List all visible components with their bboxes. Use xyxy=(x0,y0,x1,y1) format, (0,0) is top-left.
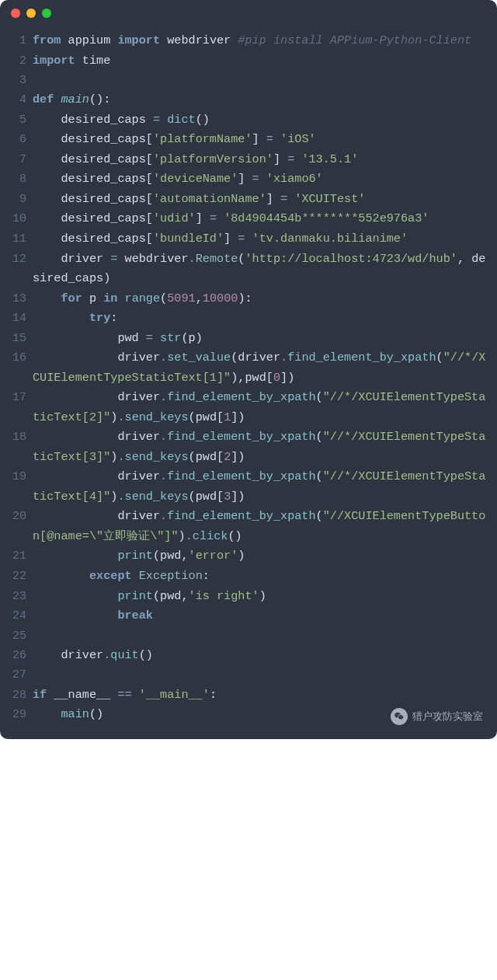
line-number: 13 xyxy=(0,289,33,309)
line-number: 10 xyxy=(0,209,33,228)
code-line: 17 driver.find_element_by_xpath("//*/XCU… xyxy=(0,388,489,427)
watermark: 猎户攻防实验室 xyxy=(391,708,483,725)
code-content: desired_caps['udid'] = '8d4904454b******… xyxy=(33,209,489,229)
line-number: 15 xyxy=(0,329,33,348)
code-line: 28if __name__ == '__main__': xyxy=(0,685,489,706)
code-line: 20 driver.find_element_by_xpath("//XCUIE… xyxy=(0,507,489,546)
code-line: 8 desired_caps['deviceName'] = 'xiamo6' xyxy=(0,169,489,190)
code-line: 24 break xyxy=(0,606,489,626)
code-content: pwd = str(p) xyxy=(33,329,489,349)
close-icon[interactable] xyxy=(11,9,20,18)
line-number: 9 xyxy=(0,190,33,209)
code-line: 5 desired_caps = dict() xyxy=(0,110,489,131)
code-content: driver.find_element_by_xpath("//*/XCUIEl… xyxy=(33,467,489,507)
line-number: 12 xyxy=(0,249,33,269)
code-content: except Exception: xyxy=(33,567,489,587)
line-number: 2 xyxy=(0,51,33,71)
code-content: driver = webdriver.Remote('http://localh… xyxy=(33,249,489,289)
code-area: 1from appium import webdriver #pip insta… xyxy=(0,26,497,730)
minimize-icon[interactable] xyxy=(26,9,36,18)
code-line: 16 driver.set_value(driver.find_element_… xyxy=(0,348,489,388)
line-number: 18 xyxy=(0,427,33,447)
line-number: 5 xyxy=(0,110,33,130)
code-line: 23 print(pwd,'is right') xyxy=(0,587,489,607)
code-line: 9 desired_caps['automationName'] = 'XCUI… xyxy=(0,190,489,210)
code-content: print(pwd,'error') xyxy=(33,546,489,567)
window-titlebar xyxy=(0,0,497,26)
line-number: 19 xyxy=(0,467,33,487)
code-line: 15 pwd = str(p) xyxy=(0,329,489,349)
code-line: 4def main(): xyxy=(0,90,489,110)
code-content: desired_caps = dict() xyxy=(33,110,489,131)
code-window: 1from appium import webdriver #pip insta… xyxy=(0,0,497,739)
code-line: 11 desired_caps['bundleId'] = 'tv.danmak… xyxy=(0,229,489,249)
wechat-icon xyxy=(391,708,408,725)
watermark-label: 猎户攻防实验室 xyxy=(412,710,483,724)
line-number: 17 xyxy=(0,388,33,407)
line-number: 8 xyxy=(0,169,33,189)
code-content: driver.find_element_by_xpath("//*/XCUIEl… xyxy=(33,388,489,427)
line-number: 20 xyxy=(0,507,33,526)
code-content: driver.find_element_by_xpath("//XCUIElem… xyxy=(33,507,489,546)
maximize-icon[interactable] xyxy=(42,9,51,18)
code-content: desired_caps['bundleId'] = 'tv.danmaku.b… xyxy=(33,229,489,249)
line-number: 11 xyxy=(0,229,33,249)
code-content: def main(): xyxy=(33,90,489,110)
line-number: 22 xyxy=(0,567,33,586)
code-line: 26 driver.quit() xyxy=(0,646,489,666)
line-number: 23 xyxy=(0,587,33,606)
code-line: 1from appium import webdriver #pip insta… xyxy=(0,31,489,51)
line-number: 3 xyxy=(0,71,33,90)
code-content: import time xyxy=(33,51,489,71)
code-line: 7 desired_caps['platformVersion'] = '13.… xyxy=(0,150,489,170)
line-number: 14 xyxy=(0,309,33,328)
line-number: 25 xyxy=(0,626,33,646)
line-number: 1 xyxy=(0,31,33,51)
code-content: driver.quit() xyxy=(33,646,489,666)
code-content: desired_caps['deviceName'] = 'xiamo6' xyxy=(33,169,489,190)
line-number: 28 xyxy=(0,685,33,705)
code-line: 13 for p in range(5091,10000): xyxy=(0,289,489,309)
code-content: if __name__ == '__main__': xyxy=(33,685,489,706)
code-line: 3 xyxy=(0,71,489,90)
code-line: 14 try: xyxy=(0,309,489,329)
code-line: 27 xyxy=(0,665,489,685)
code-line: 6 desired_caps['platformName'] = 'iOS' xyxy=(0,130,489,150)
line-number: 29 xyxy=(0,705,33,724)
code-line: 10 desired_caps['udid'] = '8d4904454b***… xyxy=(0,209,489,229)
line-number: 21 xyxy=(0,546,33,566)
code-content: for p in range(5091,10000): xyxy=(33,289,489,309)
code-line: 19 driver.find_element_by_xpath("//*/XCU… xyxy=(0,467,489,507)
code-content: desired_caps['automationName'] = 'XCUITe… xyxy=(33,190,489,210)
code-content: print(pwd,'is right') xyxy=(33,587,489,607)
code-content: desired_caps['platformVersion'] = '13.5.… xyxy=(33,150,489,170)
code-line: 2import time xyxy=(0,51,489,71)
line-number: 4 xyxy=(0,90,33,110)
line-number: 6 xyxy=(0,130,33,149)
code-content: try: xyxy=(33,309,489,329)
line-number: 7 xyxy=(0,150,33,169)
code-content: driver.find_element_by_xpath("//*/XCUIEl… xyxy=(33,427,489,467)
code-content: driver.set_value(driver.find_element_by_… xyxy=(33,348,489,388)
line-number: 16 xyxy=(0,348,33,368)
code-content: break xyxy=(33,606,489,626)
code-content: desired_caps['platformName'] = 'iOS' xyxy=(33,130,489,150)
code-line: 12 driver = webdriver.Remote('http://loc… xyxy=(0,249,489,289)
code-line: 25 xyxy=(0,626,489,646)
line-number: 24 xyxy=(0,606,33,626)
code-content: from appium import webdriver #pip instal… xyxy=(33,31,489,51)
code-line: 22 except Exception: xyxy=(0,567,489,587)
code-line: 21 print(pwd,'error') xyxy=(0,546,489,567)
line-number: 26 xyxy=(0,646,33,665)
line-number: 27 xyxy=(0,665,33,685)
code-line: 18 driver.find_element_by_xpath("//*/XCU… xyxy=(0,427,489,467)
